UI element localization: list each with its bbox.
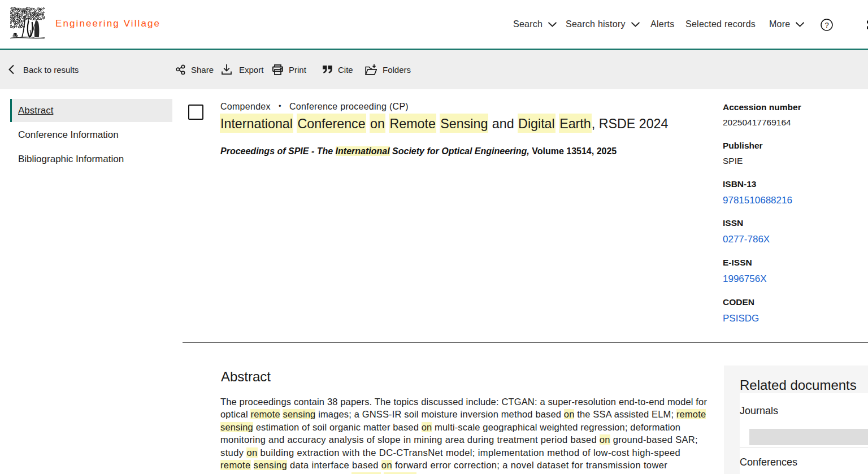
svg-text:?: ? xyxy=(824,21,828,29)
